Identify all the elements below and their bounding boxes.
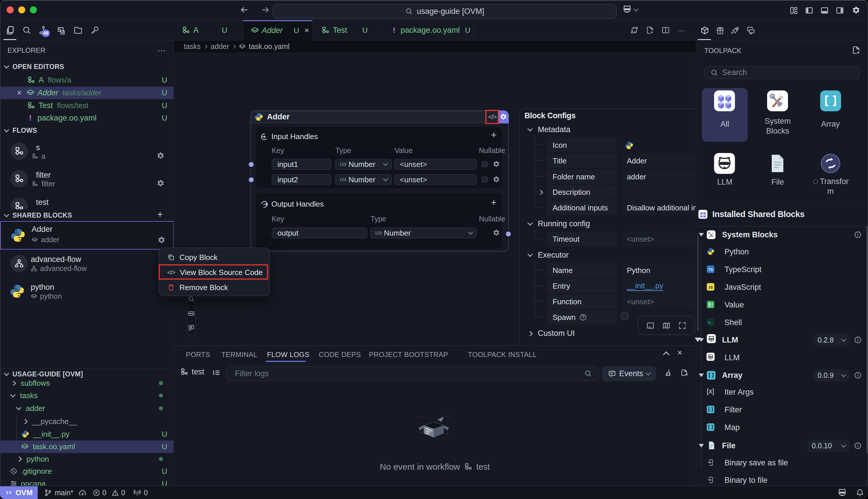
svg-text:>_: >_ xyxy=(708,321,713,325)
svg-text:TS: TS xyxy=(708,267,713,272)
svg-text:JS: JS xyxy=(708,285,713,290)
